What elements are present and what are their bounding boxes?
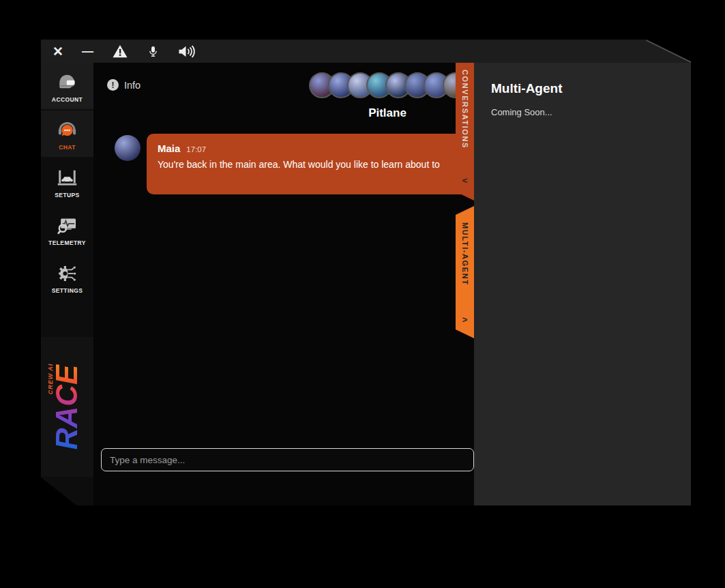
title-bar: ✕ — bbox=[41, 40, 691, 63]
warning-icon[interactable] bbox=[111, 44, 129, 59]
info-button[interactable]: ! Info bbox=[107, 79, 140, 91]
sidebar: ACCOUNT CHAT SETUPS TELEMETRY bbox=[41, 63, 93, 505]
tab-multi-agent[interactable]: MULTI-AGENT > bbox=[456, 206, 474, 338]
sidebar-item-label: SETTINGS bbox=[52, 287, 83, 294]
info-label: Info bbox=[124, 80, 140, 91]
message-input[interactable] bbox=[101, 448, 474, 471]
sidebar-item-telemetry[interactable]: TELEMETRY bbox=[41, 206, 93, 252]
info-icon: ! bbox=[107, 79, 119, 91]
chat-header: ! Info Pitlane bbox=[93, 63, 474, 132]
chat-area: ! Info Pitlane Maia 17:07 You're back in… bbox=[93, 63, 474, 505]
brand-logo-subtext: CREW AI bbox=[48, 363, 55, 394]
message-text: You're back in the main area. What would… bbox=[158, 159, 463, 170]
chevron-right-icon: > bbox=[456, 314, 474, 325]
sidebar-item-account[interactable]: ACCOUNT bbox=[41, 63, 93, 109]
participant-avatars bbox=[316, 72, 469, 98]
message-avatar bbox=[115, 135, 140, 161]
message-list: Maia 17:07 You're back in the main area.… bbox=[93, 132, 474, 448]
sidebar-item-label: ACCOUNT bbox=[52, 96, 83, 103]
minimize-icon[interactable]: — bbox=[82, 46, 93, 57]
panel-title: Multi-Agent bbox=[491, 81, 674, 96]
tab-multi-agent-label: MULTI-AGENT bbox=[461, 206, 469, 286]
helmet-icon bbox=[55, 72, 79, 93]
gear-circuit-icon bbox=[55, 263, 79, 284]
message-time: 17:07 bbox=[186, 145, 206, 153]
panel-body: Coming Soon... bbox=[491, 107, 674, 117]
chat-headset-icon bbox=[55, 120, 79, 141]
sidebar-item-label: CHAT bbox=[59, 144, 76, 151]
speaker-icon[interactable] bbox=[177, 44, 196, 59]
main-content: ACCOUNT CHAT SETUPS TELEMETRY bbox=[41, 63, 691, 505]
tab-conversations-label: CONVERSATIONS bbox=[461, 63, 469, 149]
tab-conversations[interactable]: CONVERSATIONS < bbox=[456, 63, 474, 201]
sidebar-item-setups[interactable]: SETUPS bbox=[41, 158, 93, 205]
sidebar-item-chat[interactable]: CHAT bbox=[41, 111, 93, 157]
app-window: ✕ — ACCOUNT CHAT bbox=[41, 40, 691, 505]
multi-agent-panel: Multi-Agent Coming Soon... bbox=[474, 63, 691, 505]
sidebar-item-label: SETUPS bbox=[55, 192, 79, 199]
car-lift-icon bbox=[55, 168, 79, 188]
message-bubble: Maia 17:07 You're back in the main area.… bbox=[147, 134, 474, 194]
microphone-icon[interactable] bbox=[147, 44, 159, 59]
message-sender: Maia bbox=[158, 143, 180, 154]
brand-logo: RACE CREW AI bbox=[41, 337, 93, 477]
close-icon[interactable]: ✕ bbox=[53, 45, 63, 58]
message-row: Maia 17:07 You're back in the main area.… bbox=[115, 134, 474, 194]
brand-logo-text: RACE bbox=[50, 364, 84, 450]
chat-title: Pitlane bbox=[306, 106, 469, 120]
sidebar-item-settings[interactable]: SETTINGS bbox=[41, 254, 93, 300]
telemetry-monitor-icon bbox=[55, 216, 79, 236]
chevron-left-icon: < bbox=[456, 175, 474, 186]
sidebar-item-label: TELEMETRY bbox=[48, 239, 86, 246]
message-input-row bbox=[93, 448, 474, 471]
